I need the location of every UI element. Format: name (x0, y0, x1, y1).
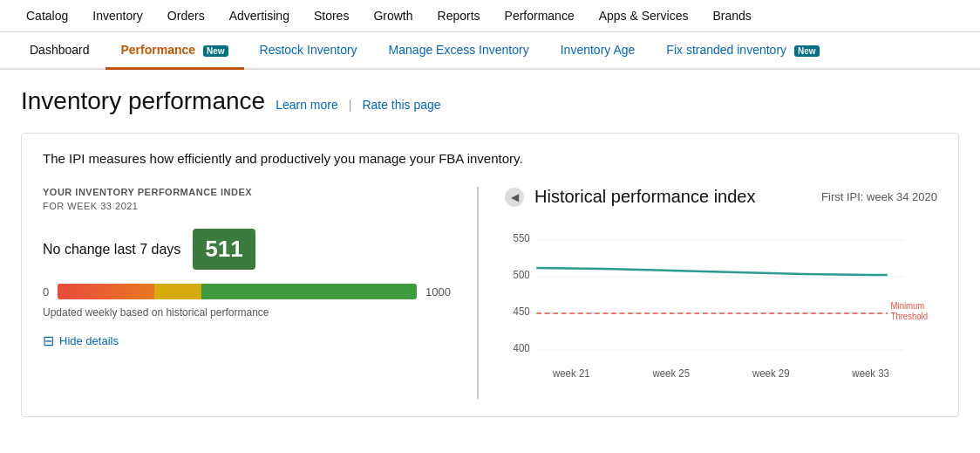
top-nav-performance[interactable]: Performance (493, 0, 587, 31)
subnav-excess[interactable]: Manage Excess Inventory (373, 32, 545, 70)
svg-text:Minimum: Minimum (891, 301, 925, 311)
no-change-row: No change last 7 days 511 (43, 229, 451, 270)
svg-text:week 33: week 33 (851, 367, 889, 379)
chart-area: 550 500 450 400 (505, 224, 937, 399)
top-nav-apps-services[interactable]: Apps & Services (587, 0, 701, 31)
svg-text:550: 550 (514, 232, 531, 244)
card-description: The IPI measures how efficiently and pro… (43, 151, 937, 166)
progress-bar-red (58, 284, 154, 299)
top-nav-catalog[interactable]: Catalog (14, 0, 80, 31)
progress-bar-yellow (154, 284, 201, 299)
ipi-week: FOR WEEK 33 2021 (43, 201, 451, 211)
top-nav-brands[interactable]: Brands (700, 0, 763, 31)
progress-max-label: 1000 (425, 285, 451, 299)
score-badge: 511 (193, 229, 255, 270)
svg-text:week 25: week 25 (651, 367, 690, 379)
first-ipi-text: First IPI: week 34 2020 (821, 190, 937, 203)
svg-text:week 29: week 29 (752, 367, 790, 379)
progress-row: 0 1000 (43, 284, 451, 299)
no-change-text: No change last 7 days (43, 242, 180, 257)
page-title-row: Inventory performance Learn more | Rate … (21, 87, 959, 115)
svg-text:500: 500 (514, 269, 531, 280)
card-body: YOUR INVENTORY PERFORMANCE INDEX FOR WEE… (43, 187, 937, 399)
svg-text:450: 450 (514, 305, 531, 317)
subnav-dashboard[interactable]: Dashboard (14, 32, 105, 70)
sub-navigation: Dashboard Performance New Restock Invent… (0, 32, 980, 70)
chart-svg: 550 500 450 400 (505, 224, 937, 399)
page-content: Inventory performance Learn more | Rate … (0, 70, 980, 435)
learn-more-link[interactable]: Learn more (276, 98, 338, 112)
top-nav-reports[interactable]: Reports (425, 0, 493, 31)
top-nav-inventory[interactable]: Inventory (80, 0, 155, 31)
svg-text:week 21: week 21 (552, 367, 590, 379)
top-nav-advertising[interactable]: Advertising (217, 0, 302, 31)
subnav-restock[interactable]: Restock Inventory (244, 32, 373, 70)
top-nav-stores[interactable]: Stores (302, 0, 361, 31)
main-card: The IPI measures how efficiently and pro… (21, 133, 959, 417)
subnav-inventory-age[interactable]: Inventory Age (545, 32, 651, 70)
page-title: Inventory performance (21, 87, 265, 115)
right-panel: ◀ Historical performance index First IPI… (479, 187, 937, 399)
hide-details-label: Hide details (59, 334, 119, 347)
rate-page-link[interactable]: Rate this page (362, 98, 440, 112)
top-nav-growth[interactable]: Growth (361, 0, 425, 31)
historical-title: Historical performance index (534, 187, 755, 207)
back-button[interactable]: ◀ (505, 188, 524, 207)
progress-bar-green (201, 284, 417, 299)
stranded-new-badge: New (794, 45, 820, 57)
title-separator: | (349, 98, 352, 112)
svg-text:400: 400 (514, 342, 531, 353)
top-nav-orders[interactable]: Orders (155, 0, 217, 31)
hide-details-button[interactable]: ⊟ Hide details (43, 333, 451, 349)
right-panel-header: ◀ Historical performance index First IPI… (505, 187, 937, 207)
performance-new-badge: New (203, 45, 228, 57)
svg-text:Threshold: Threshold (891, 312, 928, 321)
progress-min-label: 0 (43, 285, 49, 299)
subnav-performance[interactable]: Performance New (105, 32, 244, 70)
top-navigation: Catalog Inventory Orders Advertising Sto… (0, 0, 980, 32)
hide-details-icon: ⊟ (43, 333, 54, 349)
progress-note: Updated weekly based on historical perfo… (43, 306, 451, 319)
subnav-stranded[interactable]: Fix stranded inventory New (650, 32, 834, 70)
ipi-label: YOUR INVENTORY PERFORMANCE INDEX (43, 187, 451, 197)
left-panel: YOUR INVENTORY PERFORMANCE INDEX FOR WEE… (43, 187, 479, 399)
progress-bar (58, 284, 417, 299)
